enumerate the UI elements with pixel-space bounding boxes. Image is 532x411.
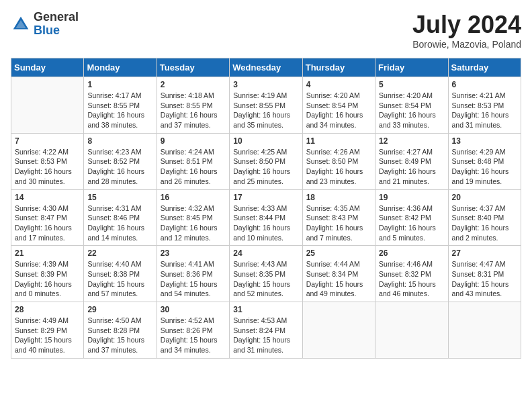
daylight-label: Daylight: 16 hours and 21 minutes. (379, 167, 436, 185)
day-info: Sunrise: 4:24 AMSunset: 8:51 PMDaylight:… (161, 147, 226, 187)
sunset-label: Sunset: 8:31 PM (452, 270, 504, 278)
daylight-label: Daylight: 15 hours and 57 minutes. (87, 280, 144, 298)
sunrise-label: Sunrise: 4:29 AM (452, 148, 506, 156)
sunset-label: Sunset: 8:44 PM (233, 214, 285, 222)
daylight-label: Daylight: 16 hours and 17 minutes. (15, 224, 72, 242)
calendar-cell (448, 302, 521, 359)
calendar-cell (302, 302, 375, 359)
calendar-cell: 23Sunrise: 4:41 AMSunset: 8:36 PMDayligh… (157, 246, 229, 302)
day-number: 23 (161, 248, 226, 258)
logo-icon (11, 14, 31, 34)
sunset-label: Sunset: 8:54 PM (379, 101, 431, 109)
calendar-week-3: 14Sunrise: 4:30 AMSunset: 8:47 PMDayligh… (11, 189, 521, 246)
calendar-cell (375, 302, 448, 359)
sunrise-label: Sunrise: 4:31 AM (87, 204, 141, 212)
calendar-cell: 11Sunrise: 4:26 AMSunset: 8:50 PMDayligh… (302, 133, 375, 189)
daylight-label: Daylight: 16 hours and 23 minutes. (306, 167, 363, 185)
daylight-label: Daylight: 16 hours and 35 minutes. (233, 111, 290, 129)
calendar-cell: 16Sunrise: 4:32 AMSunset: 8:45 PMDayligh… (157, 189, 229, 246)
sunrise-label: Sunrise: 4:47 AM (452, 260, 506, 268)
daylight-label: Daylight: 16 hours and 25 minutes. (233, 167, 290, 185)
day-number: 11 (306, 136, 371, 146)
sunrise-label: Sunrise: 4:22 AM (15, 148, 69, 156)
calendar-cell: 8Sunrise: 4:23 AMSunset: 8:52 PMDaylight… (84, 133, 157, 189)
day-number: 16 (161, 193, 226, 202)
sunrise-label: Sunrise: 4:21 AM (452, 91, 506, 99)
sunrise-label: Sunrise: 4:44 AM (306, 260, 360, 268)
daylight-label: Daylight: 16 hours and 38 minutes. (87, 111, 144, 129)
weekday-header-thursday: Thursday (302, 58, 375, 77)
weekday-header-friday: Friday (375, 58, 448, 77)
sunset-label: Sunset: 8:50 PM (233, 157, 285, 165)
day-number: 13 (452, 136, 517, 146)
day-info: Sunrise: 4:29 AMSunset: 8:48 PMDaylight:… (452, 147, 517, 187)
day-number: 27 (452, 248, 517, 258)
day-number: 8 (87, 136, 152, 146)
calendar-cell (11, 77, 84, 134)
sunrise-label: Sunrise: 4:24 AM (161, 148, 214, 156)
day-info: Sunrise: 4:49 AMSunset: 8:29 PMDaylight:… (15, 316, 80, 355)
weekday-header-tuesday: Tuesday (157, 58, 229, 77)
calendar-week-4: 21Sunrise: 4:39 AMSunset: 8:39 PMDayligh… (11, 246, 521, 302)
day-info: Sunrise: 4:37 AMSunset: 8:40 PMDaylight:… (452, 203, 517, 243)
sunset-label: Sunset: 8:49 PM (379, 157, 431, 165)
sunset-label: Sunset: 8:55 PM (161, 101, 213, 109)
calendar-cell: 22Sunrise: 4:40 AMSunset: 8:38 PMDayligh… (84, 246, 157, 302)
day-number: 6 (452, 80, 517, 89)
calendar-week-5: 28Sunrise: 4:49 AMSunset: 8:29 PMDayligh… (11, 302, 521, 359)
day-info: Sunrise: 4:47 AMSunset: 8:31 PMDaylight:… (452, 259, 517, 299)
day-info: Sunrise: 4:44 AMSunset: 8:34 PMDaylight:… (306, 259, 371, 299)
day-number: 15 (87, 193, 152, 202)
daylight-label: Daylight: 16 hours and 19 minutes. (452, 167, 509, 185)
month-year: July 2024 (412, 11, 521, 39)
day-info: Sunrise: 4:19 AMSunset: 8:55 PMDaylight:… (233, 91, 298, 130)
sunrise-label: Sunrise: 4:26 AM (306, 148, 360, 156)
calendar-cell: 2Sunrise: 4:18 AMSunset: 8:55 PMDaylight… (157, 77, 229, 134)
daylight-label: Daylight: 16 hours and 33 minutes. (379, 111, 436, 129)
day-number: 18 (306, 193, 371, 202)
calendar-cell: 6Sunrise: 4:21 AMSunset: 8:53 PMDaylight… (448, 77, 521, 134)
calendar-cell: 10Sunrise: 4:25 AMSunset: 8:50 PMDayligh… (230, 133, 302, 189)
sunset-label: Sunset: 8:42 PM (379, 214, 431, 222)
day-number: 29 (87, 305, 152, 314)
calendar-cell: 25Sunrise: 4:44 AMSunset: 8:34 PMDayligh… (302, 246, 375, 302)
calendar-cell: 13Sunrise: 4:29 AMSunset: 8:48 PMDayligh… (448, 133, 521, 189)
calendar-cell: 30Sunrise: 4:52 AMSunset: 8:26 PMDayligh… (157, 302, 229, 359)
day-info: Sunrise: 4:23 AMSunset: 8:52 PMDaylight:… (87, 147, 152, 187)
sunrise-label: Sunrise: 4:19 AM (233, 91, 287, 99)
day-number: 10 (233, 136, 298, 146)
logo: General Blue (11, 11, 79, 38)
sunset-label: Sunset: 8:54 PM (306, 101, 359, 109)
day-number: 22 (87, 248, 152, 258)
weekday-header-wednesday: Wednesday (230, 58, 302, 77)
sunrise-label: Sunrise: 4:33 AM (233, 204, 287, 212)
calendar-cell: 18Sunrise: 4:35 AMSunset: 8:43 PMDayligh… (302, 189, 375, 246)
sunset-label: Sunset: 8:38 PM (87, 270, 140, 278)
daylight-label: Daylight: 15 hours and 43 minutes. (452, 280, 509, 298)
day-number: 1 (87, 80, 152, 89)
day-info: Sunrise: 4:33 AMSunset: 8:44 PMDaylight:… (233, 203, 298, 243)
day-number: 20 (452, 193, 517, 202)
weekday-header-monday: Monday (84, 58, 157, 77)
calendar-cell: 20Sunrise: 4:37 AMSunset: 8:40 PMDayligh… (448, 189, 521, 246)
logo-text: General Blue (34, 11, 79, 38)
day-number: 28 (15, 305, 80, 314)
calendar-cell: 21Sunrise: 4:39 AMSunset: 8:39 PMDayligh… (11, 246, 84, 302)
sunset-label: Sunset: 8:39 PM (15, 270, 67, 278)
logo-blue: Blue (34, 24, 60, 37)
sunset-label: Sunset: 8:55 PM (233, 101, 285, 109)
day-info: Sunrise: 4:30 AMSunset: 8:47 PMDaylight:… (15, 203, 80, 243)
sunrise-label: Sunrise: 4:40 AM (87, 260, 141, 268)
day-info: Sunrise: 4:27 AMSunset: 8:49 PMDaylight:… (379, 147, 444, 187)
day-info: Sunrise: 4:20 AMSunset: 8:54 PMDaylight:… (306, 91, 371, 130)
daylight-label: Daylight: 15 hours and 34 minutes. (161, 336, 218, 354)
day-number: 2 (161, 80, 226, 89)
day-info: Sunrise: 4:31 AMSunset: 8:46 PMDaylight:… (87, 203, 152, 243)
page-header: General Blue July 2024 Borowie, Mazovia,… (11, 11, 521, 50)
daylight-label: Daylight: 15 hours and 54 minutes. (161, 280, 218, 298)
sunset-label: Sunset: 8:48 PM (452, 157, 504, 165)
daylight-label: Daylight: 16 hours and 5 minutes. (379, 224, 436, 242)
day-info: Sunrise: 4:40 AMSunset: 8:38 PMDaylight:… (87, 259, 152, 299)
sunset-label: Sunset: 8:35 PM (233, 270, 285, 278)
calendar-cell: 27Sunrise: 4:47 AMSunset: 8:31 PMDayligh… (448, 246, 521, 302)
